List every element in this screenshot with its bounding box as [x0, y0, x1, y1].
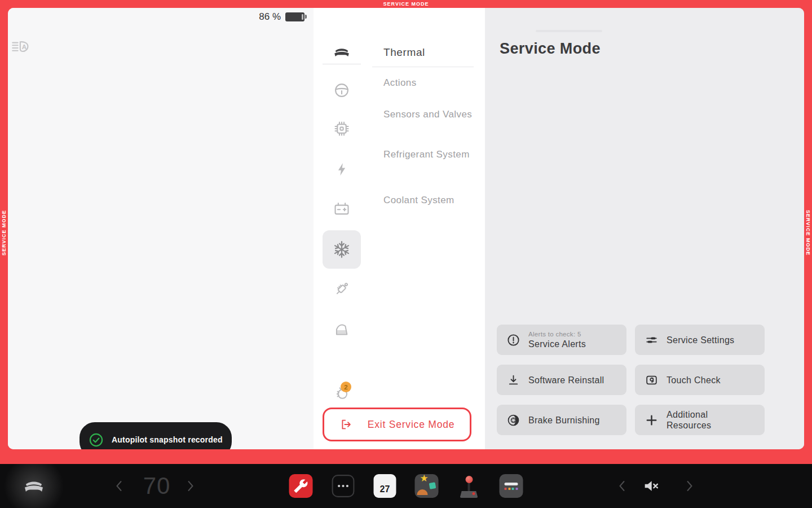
autopilot-toast: Autopilot snapshot recorded	[80, 422, 232, 449]
instrument-panel: A 86 %	[8, 8, 314, 449]
plus-icon	[645, 413, 659, 427]
service-actions-grid: Alerts to check: 5 Service Alerts Servic…	[497, 325, 765, 435]
menu-item-refrigerant[interactable]: Refrigerant System	[383, 149, 478, 160]
check-circle-icon	[89, 432, 104, 448]
toybox-app-icon[interactable]: ★	[415, 474, 439, 498]
page-title: Service Mode	[500, 40, 601, 58]
additional-resources-button[interactable]: Additional Resources	[635, 405, 765, 435]
exit-service-mode-button[interactable]: Exit Service Mode	[323, 408, 471, 441]
sliders-icon	[645, 333, 659, 347]
dock: 70 27 ★	[0, 464, 812, 508]
service-app-icon[interactable]	[289, 474, 313, 498]
app-launcher-icon[interactable]	[332, 474, 355, 498]
suspension-icon[interactable]	[333, 280, 351, 298]
media-next-chevron-icon[interactable]	[686, 464, 694, 508]
temp-down-chevron-icon[interactable]	[115, 464, 123, 508]
brake-disc-icon	[506, 413, 520, 427]
battery-status: 86 %	[259, 8, 304, 25]
touch-check-button[interactable]: Touch Check	[635, 365, 765, 395]
boombox-app-icon[interactable]	[500, 474, 523, 498]
alert-circle-icon	[506, 333, 520, 347]
download-icon	[506, 373, 520, 387]
menu-item-coolant[interactable]: Coolant System	[383, 195, 478, 206]
toast-message: Autopilot snapshot recorded	[112, 435, 223, 444]
sidebar-divider	[323, 64, 361, 64]
calendar-day-label: 27	[380, 481, 390, 498]
touch-icon	[645, 373, 659, 387]
service-nav-panel: 2 Thermal Actions Sensors and Valves Ref…	[314, 8, 485, 449]
service-mode-panel: Service Mode Alerts to check: 5 Service …	[485, 8, 804, 449]
software-reinstall-button[interactable]: Software Reinstall	[497, 365, 626, 395]
service-settings-button[interactable]: Service Settings	[635, 325, 765, 355]
exit-button-label: Exit Service Mode	[368, 419, 455, 431]
menu-item-sensors-valves[interactable]: Sensors and Valves	[383, 109, 478, 120]
battery-icon	[285, 12, 304, 21]
door-icon[interactable]	[333, 319, 351, 338]
button-label: Additional Resources	[667, 409, 740, 431]
button-label: Touch Check	[667, 375, 721, 386]
menu-divider	[372, 67, 474, 67]
nav-section-title: Thermal	[383, 46, 425, 59]
brake-burnishing-button[interactable]: Brake Burnishing	[497, 405, 626, 435]
climate-temp-label: 70	[134, 464, 179, 508]
button-label: Service Settings	[667, 335, 734, 345]
high-voltage-icon[interactable]	[333, 160, 351, 178]
temp-up-chevron-icon[interactable]	[187, 464, 195, 508]
alerts-count-label: Alerts to check: 5	[528, 331, 586, 338]
snowflake-icon[interactable]	[323, 230, 361, 269]
alerts-count-badge: 2	[341, 382, 351, 392]
content-area: A 86 % 9:28 am 67°F	[8, 8, 804, 449]
exit-icon	[339, 418, 353, 431]
button-label: Service Alerts	[528, 339, 586, 349]
panel-handle	[536, 30, 602, 32]
chip-icon[interactable]	[333, 120, 351, 138]
steering-wheel-icon[interactable]	[333, 81, 351, 99]
service-mode-top-label: SERVICE MODE	[0, 0, 812, 8]
media-prev-chevron-icon[interactable]	[618, 464, 626, 508]
dome-shape	[417, 489, 428, 495]
calendar-app-icon[interactable]: 27	[374, 474, 396, 498]
menu-item-actions[interactable]: Actions	[383, 77, 478, 89]
battery-12v-icon[interactable]	[333, 200, 351, 218]
vehicle-app-icon[interactable]	[21, 474, 46, 498]
vehicle-icon[interactable]	[333, 43, 351, 61]
arcade-app-icon[interactable]	[457, 474, 481, 498]
battery-percent-label: 86 %	[259, 11, 281, 23]
service-mode-right-label: SERVICE MODE	[804, 210, 811, 256]
svg-text:A: A	[22, 43, 27, 50]
button-label: Software Reinstall	[528, 375, 604, 386]
service-mode-left-label: SERVICE MODE	[1, 210, 8, 256]
cube-shape	[429, 482, 436, 489]
star-shape: ★	[420, 474, 429, 484]
speaker-muted-icon[interactable]	[642, 464, 661, 508]
alerts-icon[interactable]: 2	[333, 385, 351, 403]
dock-apps: 27 ★	[289, 464, 523, 508]
button-label: Brake Burnishing	[528, 415, 600, 426]
service-alerts-button[interactable]: Alerts to check: 5 Service Alerts	[497, 325, 626, 355]
auto-headlight-icon: A	[10, 35, 33, 58]
